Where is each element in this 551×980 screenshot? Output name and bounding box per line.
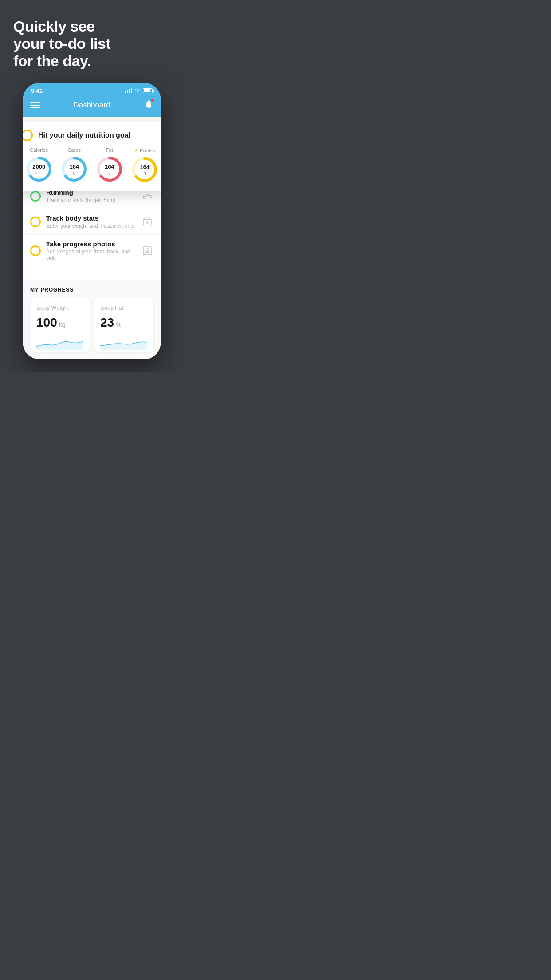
carbs-label: Carbs [68,147,81,153]
todo-circle-body-stats [30,217,41,227]
page-wrapper: Quickly see your to-do list for the day.… [0,0,184,372]
app-header: Dashboard [23,96,161,117]
protein-label: ★ Protein [134,147,155,153]
nutrition-fat: Fat 164 g [96,147,123,183]
phone-mockup: 9:41 [23,83,161,359]
todo-title-progress-photos: Take progress photos [46,240,136,248]
hero-section: Quickly see your to-do list for the day. [0,0,184,79]
todo-list: Running Track your stats (target: 5km) [23,183,161,266]
wifi-icon [134,88,141,94]
notification-badge [151,99,154,102]
card-header: Hit your daily nutrition goal [23,130,161,141]
progress-section-title: MY PROGRESS [30,287,153,293]
todo-subtitle-body-stats: Enter your weight and measurements [46,223,136,229]
nutrition-check-circle [23,130,33,141]
body-fat-value: 23 % [100,316,147,330]
todo-item-body-stats[interactable]: Track body stats Enter your weight and m… [23,209,161,234]
header-title: Dashboard [73,101,110,110]
body-fat-card: Body Fat 23 % [94,298,153,352]
battery-icon [143,88,153,93]
progress-section: MY PROGRESS Body Weight 100 kg [23,280,161,359]
shoe-icon [141,190,153,202]
hero-title: Quickly see your to-do list for the day. [13,18,170,70]
todo-circle-progress-photos [30,245,41,256]
todo-content-progress-photos: Take progress photos Add images of your … [46,240,136,261]
body-weight-value: 100 kg [36,316,83,330]
fat-label: Fat [106,147,113,153]
nutrition-card[interactable]: Hit your daily nutrition goal Calories [23,122,161,191]
body-fat-number: 23 [100,316,114,330]
body-fat-unit: % [116,321,121,328]
scale-icon [141,216,153,228]
calories-chart: 2000 cal [25,155,53,183]
phone-screen: 9:41 [23,83,161,359]
svg-point-12 [146,249,149,251]
body-fat-chart [100,334,147,350]
nutrition-card-title: Hit your daily nutrition goal [38,131,130,139]
todo-subtitle-progress-photos: Add images of your front, back, and side [46,249,136,261]
notification-button[interactable] [144,99,153,111]
nutrition-carbs: Carbs 164 g [60,147,88,183]
status-bar: 9:41 [23,83,161,96]
body-weight-card-title: Body Weight [36,304,83,311]
todo-title-body-stats: Track body stats [46,214,136,222]
body-weight-card: Body Weight 100 kg [30,298,90,352]
todo-item-progress-photos[interactable]: Take progress photos Add images of your … [23,234,161,266]
progress-cards-row: Body Weight 100 kg B [30,298,153,352]
menu-button[interactable] [30,102,40,108]
status-time: 9:41 [31,87,43,94]
person-icon [141,245,153,257]
body-weight-chart [36,334,83,350]
protein-chart: 164 g [131,156,158,183]
todo-circle-running [30,191,41,202]
app-body: THINGS TO DO TODAY Hit your daily nutrit… [23,117,161,359]
nutrition-protein: ★ Protein 164 g [131,147,158,183]
star-icon: ★ [134,147,138,153]
carbs-chart: 164 g [60,155,88,183]
todo-subtitle-running: Track your stats (target: 5km) [46,197,136,203]
todo-content-body-stats: Track body stats Enter your weight and m… [46,214,136,229]
fat-chart: 164 g [96,155,123,183]
signal-icon [125,88,133,93]
body-weight-number: 100 [36,316,57,330]
calories-label: Calories [30,147,48,153]
nutrition-calories: Calories 2000 cal [25,147,53,183]
body-weight-unit: kg [59,321,66,328]
body-fat-card-title: Body Fat [100,304,147,311]
status-icons [125,88,153,94]
nutrition-metrics-row: Calories 2000 cal [23,147,161,183]
